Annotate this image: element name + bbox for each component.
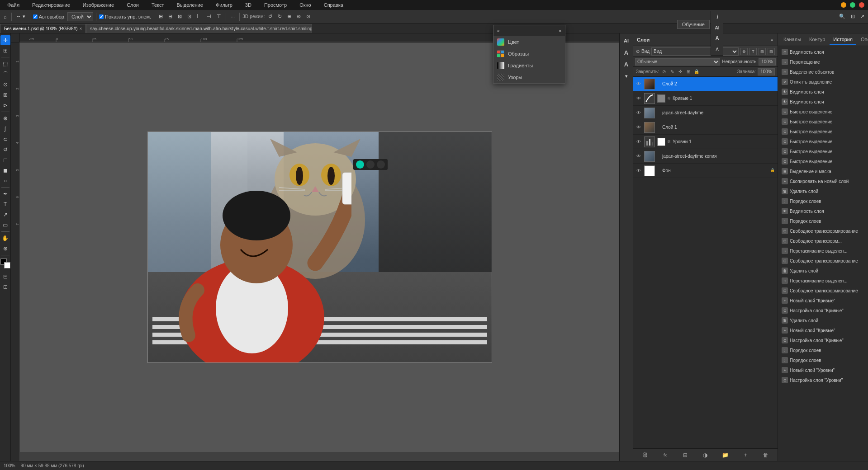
layer-eye-levels1[interactable]: 👁 [635, 138, 642, 146]
gradient-tool[interactable]: ◼ [0, 165, 10, 175]
history-brush-tool[interactable]: ↺ [0, 145, 10, 155]
zoom-tool[interactable]: ⊕ [0, 244, 10, 254]
artboard-tool[interactable]: ⊞ [0, 46, 10, 56]
layer-mask-button[interactable]: ⊟ [681, 451, 690, 460]
history-item[interactable]: ⊙ Настройка слоя "Уровни" [778, 375, 868, 385]
dropdown-expand-left[interactable]: « [497, 28, 500, 33]
right-icon-learn[interactable]: A [712, 44, 722, 54]
shape-tool[interactable]: ▭ [0, 220, 10, 230]
path-select-tool[interactable]: ↗ [0, 210, 10, 220]
right-icon-ai[interactable]: AI [712, 23, 722, 33]
history-item[interactable]: ⊙ Быстрое выделение [778, 117, 868, 127]
eraser-tool[interactable]: ◻ [0, 155, 10, 165]
lasso-tool[interactable]: ⌒ [0, 69, 10, 79]
ai-extra-button[interactable]: ▾ [621, 70, 632, 81]
history-item[interactable]: + Скопировать на новый слой [778, 176, 868, 186]
history-item[interactable]: 🗑 Удалить слой [778, 186, 868, 196]
zoom-3d[interactable]: ⊕ [285, 12, 293, 22]
move-tool-option[interactable]: ↔ ▾ [14, 12, 27, 22]
color-swatches[interactable] [0, 258, 10, 268]
dropdown-item-swatches[interactable]: Образцы [493, 48, 565, 60]
tab-history[interactable]: История [830, 35, 856, 45]
distribute[interactable]: ⊤ [215, 12, 223, 22]
filter-toggle[interactable]: ⊟ [768, 48, 775, 55]
history-item[interactable]: ⊙ Быстрое выделение [778, 146, 868, 156]
menu-filter[interactable]: Фильтр [212, 1, 236, 9]
history-item[interactable]: ⊙ Настройка слоя "Кривые" [778, 306, 868, 315]
dodge-tool[interactable]: ○ [0, 176, 10, 186]
right-icon-text[interactable]: A [712, 33, 722, 43]
canvas-content[interactable] [20, 42, 619, 452]
layer-item-sloy1[interactable]: 👁 Слой 1 [633, 120, 778, 135]
layer-item-sloy2[interactable]: 👁 Слой 2 [633, 77, 778, 91]
filter-type[interactable]: T [749, 48, 757, 55]
background-color[interactable] [4, 262, 10, 268]
workspace-button[interactable]: ⊡ [849, 12, 857, 22]
blend-mode-select[interactable]: Обычные [635, 58, 720, 66]
history-item[interactable]: ⊙ Видимость слоя [778, 47, 868, 57]
eyedropper-tool[interactable]: ⊳ [0, 100, 10, 110]
ai-text-button[interactable]: A [621, 47, 632, 58]
history-item[interactable]: ⊙ Быстрое выделение [778, 156, 868, 166]
layer-item-fon[interactable]: 👁 Фон 🔒 [633, 164, 778, 178]
menu-window[interactable]: Окно [296, 1, 315, 9]
lock-pixels[interactable]: ✎ [669, 69, 675, 75]
hand-tool[interactable]: ✋ [0, 233, 10, 243]
align-left[interactable]: ⊞ [157, 12, 165, 22]
menu-edit[interactable]: Редактирование [28, 1, 74, 9]
layer-item-levels1[interactable]: 👁 ⛓ Уровни 1 [633, 135, 778, 149]
menu-bar-items[interactable]: Файл Редактирование Изображение Слои Тек… [4, 1, 347, 9]
type-tool[interactable]: T [0, 199, 10, 209]
layer-item-japan-copy[interactable]: 👁 japan-street-daytime копия [633, 149, 778, 164]
roll-3d[interactable]: ⊙ [304, 12, 312, 22]
rotate-3d[interactable]: ↺ [266, 12, 274, 22]
autoselect-checkbox[interactable]: Автовыбор: [33, 14, 66, 19]
right-icon-info[interactable]: ℹ [712, 12, 722, 22]
history-item[interactable]: ⊙ Настройка слоя "Кривые" [778, 335, 868, 345]
autoselect-type[interactable]: Слой [67, 12, 93, 21]
history-item[interactable]: ⊙ Выделение объектов [778, 67, 868, 77]
history-item[interactable]: ⊡ Свободное трансформирование [778, 226, 868, 236]
layer-eye-sloy1[interactable]: 👁 [635, 124, 642, 131]
align-right[interactable]: ⊠ [176, 12, 184, 22]
share-button[interactable]: ↗ [859, 12, 866, 22]
home-button[interactable]: ⌂ [2, 12, 9, 22]
history-item[interactable]: ⊡ Свободное трансформирование [778, 286, 868, 296]
menu-image[interactable]: Изображение [79, 1, 118, 9]
layer-item-curves1[interactable]: 👁 ⛓ Кривые 1 [633, 91, 778, 106]
history-item[interactable]: ↔ Перетаскивание выделен... [778, 276, 868, 286]
layer-delete-button[interactable]: 🗑 [761, 451, 770, 460]
more-options[interactable]: ··· [229, 12, 237, 22]
history-item[interactable]: ⊡ Свободное трансформ... [778, 236, 868, 246]
layer-fx-button[interactable]: fx [661, 451, 670, 460]
quick-mask-tool[interactable]: ⊟ [0, 272, 10, 282]
history-item[interactable]: 👁 Видимость слоя [778, 206, 868, 216]
close-button[interactable] [859, 2, 864, 8]
menu-file[interactable]: Файл [4, 1, 23, 9]
layer-folder-button[interactable]: 📁 [721, 451, 730, 460]
history-item[interactable]: + Новый слой "Кривые" [778, 325, 868, 335]
history-item[interactable]: ⊘ Отмкнть выделение [778, 77, 868, 87]
align-top[interactable]: ⊡ [185, 12, 193, 22]
pan-3d[interactable]: ↻ [276, 12, 284, 22]
dropdown-item-color[interactable]: Цвет [493, 36, 565, 48]
filter-options[interactable]: ⊕ [740, 48, 748, 55]
history-item[interactable]: + Новый слой "Уровни" [778, 365, 868, 375]
pen-tool[interactable]: ✒ [0, 189, 10, 199]
history-item[interactable]: ↕ Порядок слоев [778, 216, 868, 226]
tab-psd-close[interactable]: × [80, 26, 82, 31]
move-tool[interactable]: ✛ [0, 35, 10, 45]
tab-actions[interactable]: Операц [857, 35, 868, 45]
history-item[interactable]: 🗑 Удалить слой [778, 315, 868, 325]
history-item[interactable]: 👁 Видимость слоя [778, 97, 868, 107]
history-item[interactable]: ⊞ Выделение и маска [778, 166, 868, 176]
spot-heal-tool[interactable]: ⊕ [0, 113, 10, 123]
history-item[interactable]: ↕ Порядок слоев [778, 355, 868, 365]
history-item[interactable]: 👁 Видимость слоя [778, 87, 868, 97]
menu-text[interactable]: Текст [148, 1, 168, 9]
marquee-tool[interactable]: ⬚ [0, 59, 10, 69]
quick-select-tool[interactable]: ⊙ [0, 80, 10, 89]
history-item[interactable]: ⊙ Быстрое выделение [778, 107, 868, 117]
tab-path[interactable]: Контур [806, 35, 829, 45]
dropdown-item-gradients[interactable]: Градиенты [493, 60, 565, 71]
